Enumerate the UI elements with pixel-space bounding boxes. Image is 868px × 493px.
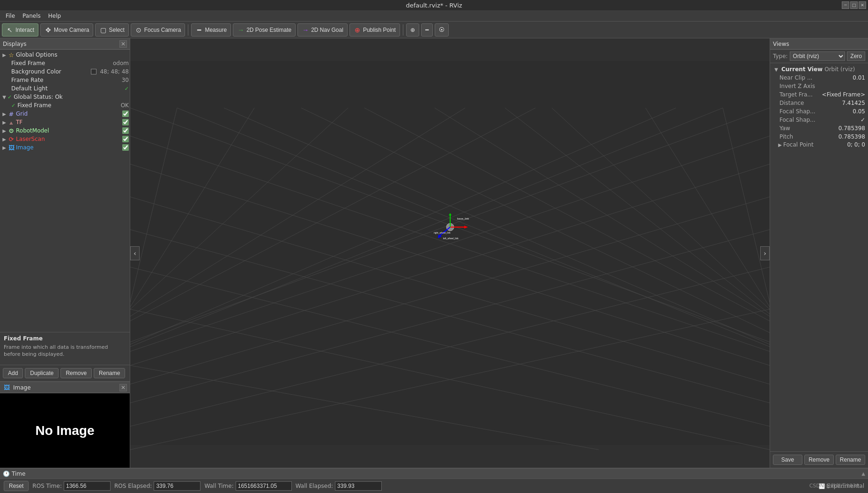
move-camera-label: Move Camera	[54, 27, 89, 33]
svg-line-14	[130, 267, 770, 427]
wall-elapsed-input[interactable]	[335, 481, 382, 491]
toolbar-extra-btn2[interactable]: ━	[421, 23, 433, 37]
grid-row[interactable]: ▶ # Grid	[0, 110, 130, 118]
time-bar-header: 🕐 Time ▲	[0, 469, 868, 479]
pose-estimate-icon: →	[237, 26, 245, 34]
current-view-type-label: Orbit (rviz)	[824, 66, 855, 73]
focal-shape1-value[interactable]: 0.05	[853, 108, 865, 115]
viewport[interactable]: base_link right_wheel_link left_wheel_li…	[130, 38, 770, 468]
bg-color-swatch	[91, 69, 96, 74]
toolbar-extra-btn3[interactable]: ⦿	[435, 23, 449, 37]
fixed-frame-row[interactable]: Fixed Frame odom	[0, 59, 130, 67]
svg-line-8	[130, 366, 599, 450]
select-button[interactable]: ▢ Select	[95, 23, 128, 37]
viewport-nav-left[interactable]: ‹	[130, 246, 140, 260]
publish-point-button[interactable]: ⊕ Publish Point	[349, 23, 400, 37]
global-status-expand-icon[interactable]: ▼	[1, 94, 7, 100]
robotmodel-checkbox[interactable]	[122, 127, 129, 134]
global-options-row[interactable]: ▶ ☆ Global Options	[0, 51, 130, 59]
rename-button[interactable]: Rename	[94, 368, 125, 378]
views-type-row: Type: Orbit (rviz) Zero	[770, 50, 868, 63]
measure-button[interactable]: ━ Measure	[191, 23, 231, 37]
menu-help[interactable]: Help	[45, 12, 65, 20]
tf-checkbox[interactable]	[122, 119, 129, 125]
tf-expand-icon[interactable]: ▶	[1, 119, 7, 125]
svg-line-24	[723, 108, 770, 302]
target-frame-value[interactable]: <Fixed Frame>	[822, 91, 865, 98]
nav-goal-button[interactable]: → 2D Nav Goal	[297, 23, 348, 37]
nav-goal-label: 2D Nav Goal	[311, 27, 343, 33]
measure-label: Measure	[205, 27, 227, 33]
add-button[interactable]: Add	[3, 368, 23, 378]
current-view-section: ▼ Current View Orbit (rviz) Near Clip ..…	[770, 63, 868, 451]
menu-panels[interactable]: Panels	[19, 12, 45, 20]
views-type-select[interactable]: Orbit (rviz)	[790, 52, 846, 61]
focal-point-value[interactable]: 0; 0; 0	[847, 141, 865, 148]
ros-elapsed-input[interactable]	[154, 481, 200, 491]
fixed-frame-label: Fixed Frame	[11, 60, 111, 66]
focus-camera-button[interactable]: ⊙ Focus Camera	[131, 23, 185, 37]
image-row[interactable]: ▶ 🖼 Image	[0, 143, 130, 152]
frame-rate-value[interactable]: 30	[122, 77, 129, 83]
image-checkbox[interactable]	[122, 144, 129, 151]
global-options-expand-icon[interactable]: ▶	[1, 52, 7, 58]
laserscan-expand-icon[interactable]: ▶	[1, 136, 7, 142]
laserscan-row[interactable]: ▶ ⟳ LaserScan	[0, 135, 130, 143]
grid-checkbox[interactable]	[122, 110, 129, 117]
minimize-button[interactable]: ─	[842, 1, 849, 9]
viewport-nav-right[interactable]: ›	[760, 246, 770, 260]
move-camera-button[interactable]: ✥ Move Camera	[40, 23, 93, 37]
grid-expand-icon[interactable]: ▶	[1, 110, 7, 117]
svg-line-3	[130, 164, 770, 366]
focal-shape2-value[interactable]: ✓	[861, 117, 865, 123]
time-reset-button[interactable]: Reset	[4, 481, 29, 491]
toolbar-extra-btn1[interactable]: ⊕	[406, 23, 419, 37]
image-expand-icon[interactable]: ▶	[1, 144, 7, 151]
focal-point-property[interactable]: ▶ Focal Point 0; 0; 0	[770, 141, 868, 148]
laserscan-checkbox[interactable]	[122, 136, 129, 142]
yaw-value[interactable]: 0.785398	[838, 125, 865, 132]
image-subpanel-close-button[interactable]: ✕	[119, 384, 127, 391]
grid-svg	[130, 38, 770, 468]
displays-close-button[interactable]: ✕	[119, 40, 127, 48]
views-buttons: Save Remove Rename	[770, 451, 868, 468]
frame-rate-row[interactable]: Frame Rate 30	[0, 76, 130, 84]
tf-row[interactable]: ▶ ⟁ TF	[0, 118, 130, 126]
views-save-button[interactable]: Save	[773, 455, 802, 465]
views-rename-button[interactable]: Rename	[836, 455, 865, 465]
menu-file[interactable]: File	[2, 12, 19, 20]
focus-camera-label: Focus Camera	[144, 27, 181, 33]
distance-property: Distance 7.41425	[770, 99, 868, 107]
global-status-fixed-frame-row[interactable]: ✓ Fixed Frame OK	[0, 101, 130, 110]
image-label: Image	[16, 144, 120, 151]
bg-color-row[interactable]: Background Color 48; 48; 48	[0, 67, 130, 76]
views-zero-button[interactable]: Zero	[847, 52, 865, 61]
bg-color-value[interactable]: 48; 48; 48	[100, 68, 129, 75]
remove-button[interactable]: Remove	[60, 368, 92, 378]
pose-estimate-button[interactable]: → 2D Pose Estimate	[233, 23, 296, 37]
default-light-row[interactable]: Default Light ✓	[0, 84, 130, 93]
svg-line-28	[130, 108, 465, 316]
interact-button[interactable]: ↖ Interact	[2, 23, 38, 37]
maximize-button[interactable]: □	[850, 1, 858, 9]
close-button[interactable]: ✕	[859, 1, 866, 9]
wall-time-input[interactable]	[236, 481, 292, 491]
duplicate-button[interactable]: Duplicate	[25, 368, 59, 378]
fixed-frame-value[interactable]: odom	[113, 60, 129, 66]
toolbar: ↖ Interact ✥ Move Camera ▢ Select ⊙ Focu…	[0, 22, 868, 38]
robotmodel-row[interactable]: ▶ ⚙ RobotModel	[0, 126, 130, 135]
time-bar-expand-button[interactable]: ▲	[861, 471, 865, 476]
pitch-value[interactable]: 0.785398	[838, 133, 865, 140]
default-light-value[interactable]: ✓	[125, 86, 129, 92]
current-view-expand-icon[interactable]: ▼	[773, 66, 779, 73]
global-status-row[interactable]: ▼ ✓ Global Status: Ok	[0, 93, 130, 101]
ros-time-input[interactable]	[64, 481, 111, 491]
robotmodel-expand-icon[interactable]: ▶	[1, 127, 7, 134]
current-view-header[interactable]: ▼ Current View Orbit (rviz)	[770, 65, 868, 74]
distance-value[interactable]: 7.41425	[842, 100, 865, 106]
views-remove-button[interactable]: Remove	[804, 455, 834, 465]
displays-tree[interactable]: ▶ ☆ Global Options Fixed Frame odom Back…	[0, 50, 130, 332]
focal-point-expand-icon[interactable]: ▶	[777, 141, 783, 148]
near-clip-value[interactable]: 0.01	[853, 74, 865, 81]
near-clip-label: Near Clip ...	[779, 74, 853, 81]
